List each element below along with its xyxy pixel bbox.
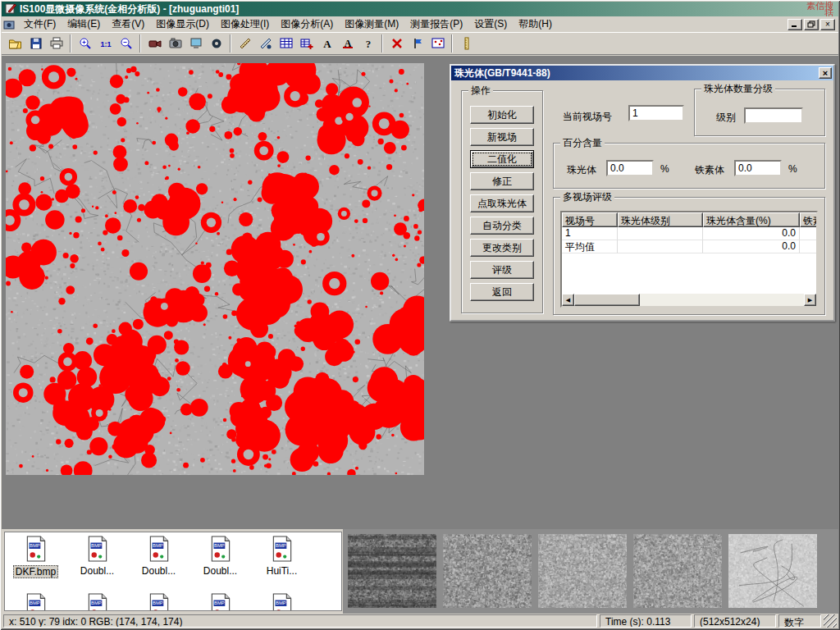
menu-item-8[interactable]: 测量报告(P) [404, 16, 468, 33]
resize-grip[interactable] [824, 614, 837, 628]
multi-field-group: 多视场评级 视场号珠光体级别珠光体含量(%)铁素体含量(%) 10.0平均值0.… [553, 197, 825, 315]
bmp-file-icon: BMP [208, 536, 233, 564]
toolbar-separator [381, 34, 383, 52]
scrollbar-track[interactable] [640, 294, 804, 306]
table-column-header-4[interactable]: 铁素体含量(%) [800, 212, 818, 227]
bmp-file-icon: BMP [208, 593, 233, 611]
dialog-title-bar[interactable]: 珠光体(GB/T9441-88) × [451, 66, 833, 80]
operation-button-9[interactable]: 返回 [470, 283, 534, 301]
table-horizontal-scrollbar[interactable]: ◀ ▶ [562, 294, 816, 306]
menu-item-9[interactable]: 设置(S) [468, 16, 513, 33]
operation-button-3[interactable]: 二值化 [470, 150, 534, 168]
camera-icon[interactable] [165, 34, 185, 53]
multi-field-table[interactable]: 视场号珠光体级别珠光体含量(%)铁素体含量(%) 10.0平均值0.0 ◀ ▶ [560, 211, 818, 308]
svg-text:BMP: BMP [276, 543, 286, 548]
save-icon[interactable] [25, 34, 46, 53]
menu-item-2[interactable]: 编辑(E) [62, 16, 106, 33]
grid-icon[interactable] [276, 34, 296, 53]
file-item-partial-2[interactable]: BMP [66, 590, 128, 611]
font-strike-icon[interactable]: A [337, 34, 358, 53]
file-item-partial-5[interactable]: BMP [251, 590, 313, 611]
dialog-close-button[interactable]: × [819, 67, 832, 79]
operation-button-6[interactable]: 自动分类 [470, 217, 534, 235]
measure-icon-1[interactable] [235, 34, 255, 53]
table-column-header-2[interactable]: 珠光体级别 [618, 212, 703, 227]
grade-input[interactable] [744, 107, 803, 124]
status-time: Time (s): 0.113 [600, 614, 692, 628]
menu-item-6[interactable]: 图像分析(A) [275, 16, 339, 33]
table-cell: 1 [562, 227, 618, 240]
operation-button-5[interactable]: 点取珠光体 [470, 194, 534, 212]
video-camera-icon[interactable] [144, 34, 165, 53]
table-column-header-3[interactable]: 珠光体含量(%) [703, 212, 800, 227]
child-minimize-button[interactable] [788, 19, 802, 30]
file-item-3[interactable]: BMPDoubl... [128, 532, 189, 578]
toolbar-separator [451, 34, 453, 52]
file-item-1[interactable]: BMPDKF.bmp [5, 532, 66, 578]
child-window-icon[interactable] [3, 19, 15, 30]
table-cell [800, 240, 818, 253]
svg-text:BMP: BMP [30, 543, 40, 548]
file-browser[interactable]: BMPDKF.bmpBMPDoubl...BMPDoubl...BMPDoubl… [4, 532, 342, 611]
target-icon[interactable] [206, 34, 226, 53]
font-icon[interactable]: A [317, 34, 337, 53]
operation-button-8[interactable]: 评级 [470, 261, 534, 279]
current-field-input[interactable] [628, 105, 684, 121]
workspace: 珠光体(GB/T9441-88) × 操作 初始化新视场二值化修正点取珠光体自动… [2, 56, 838, 529]
thumbnail-3[interactable] [538, 534, 627, 608]
scroll-right-button[interactable]: ▶ [804, 294, 816, 306]
pearlite-percent-input[interactable] [606, 160, 654, 176]
file-item-partial-1[interactable]: BMP [5, 590, 66, 611]
thumbnail-1[interactable] [348, 534, 436, 608]
monitor-icon[interactable] [185, 34, 206, 53]
operations-group-label: 操作 [468, 84, 493, 96]
file-item-5[interactable]: BMPHuiTi... [251, 532, 313, 578]
zoom-out-icon[interactable] [116, 34, 136, 53]
ruler-icon[interactable] [456, 34, 477, 53]
pearlite-percent-unit: % [660, 163, 669, 175]
menu-item-3[interactable]: 查看(V) [106, 16, 150, 33]
actual-size-icon[interactable]: 1:1 [95, 34, 116, 53]
bmp-file-icon: BMP [85, 593, 110, 611]
thumbnail-5[interactable] [728, 534, 817, 608]
file-item-partial-4[interactable]: BMP [189, 590, 251, 611]
file-label: Doubl... [202, 565, 239, 577]
child-restore-button[interactable] [804, 19, 819, 30]
table-column-header-1[interactable]: 视场号 [562, 212, 618, 227]
svg-text:BMP: BMP [91, 600, 102, 605]
grid-add-icon[interactable] [296, 34, 317, 53]
measure-icon-2[interactable] [255, 34, 276, 53]
file-item-partial-3[interactable]: BMP [128, 590, 189, 611]
help-icon[interactable]: ? [358, 34, 378, 53]
scroll-left-button[interactable]: ◀ [562, 294, 574, 306]
menu-item-7[interactable]: 图像测量(M) [339, 16, 404, 33]
table-row[interactable]: 10.0 [562, 227, 816, 240]
scrollbar-thumb[interactable] [574, 294, 640, 306]
status-position: x: 510 y: 79 idx: 0 RGB: (174, 174, 174) [3, 614, 597, 628]
zoom-in-icon[interactable] [75, 34, 95, 53]
count-grid-icon[interactable] [427, 34, 448, 53]
operation-button-7[interactable]: 更改类别 [470, 239, 534, 257]
title-bar[interactable]: IS100显微摄像系统(金相分析版) - [zhuguangti01] 素信搜括 [2, 2, 838, 16]
ferrite-percent-input[interactable] [734, 160, 782, 176]
grade-group: 珠光体数量分级 级别 [694, 89, 825, 136]
thumbnail-2[interactable] [443, 534, 532, 608]
menu-item-1[interactable]: 文件(F) [18, 16, 62, 33]
menu-item-5[interactable]: 图像处理(I) [215, 16, 275, 33]
table-cell [618, 240, 703, 253]
table-row[interactable]: 平均值0.0 [562, 240, 816, 253]
operation-button-4[interactable]: 修正 [470, 172, 534, 190]
child-close-button[interactable]: × [820, 19, 835, 30]
menu-item-4[interactable]: 图像显示(D) [150, 16, 215, 33]
menu-item-10[interactable]: 帮助(H) [513, 16, 558, 33]
open-icon[interactable] [5, 34, 25, 53]
flag-icon[interactable] [407, 34, 427, 53]
print-icon[interactable] [46, 34, 66, 53]
operation-button-1[interactable]: 初始化 [470, 106, 534, 124]
file-item-2[interactable]: BMPDoubl... [66, 532, 128, 578]
delete-icon[interactable] [386, 34, 407, 53]
micrograph-image[interactable] [6, 63, 424, 475]
file-item-4[interactable]: BMPDoubl... [189, 532, 251, 578]
thumbnail-4[interactable] [633, 534, 722, 608]
operation-button-2[interactable]: 新视场 [470, 128, 534, 146]
